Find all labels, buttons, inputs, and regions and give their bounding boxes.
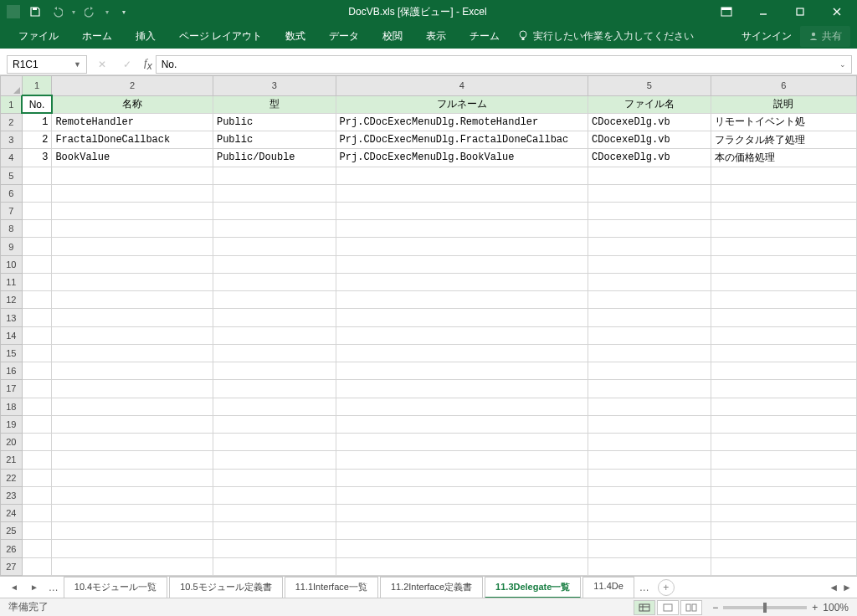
empty-cell[interactable] [336,415,588,433]
row-header[interactable]: 3 [1,131,23,149]
row-header[interactable]: 26 [1,540,23,557]
enter-formula-icon[interactable]: ✓ [117,55,137,74]
empty-cell[interactable] [213,309,336,326]
row-header[interactable]: 13 [1,309,23,326]
row-header[interactable]: 16 [1,362,23,380]
empty-cell[interactable] [213,184,336,202]
empty-cell[interactable] [22,255,52,273]
empty-cell[interactable] [52,220,213,238]
tab-insert[interactable]: 挿入 [124,24,167,49]
sheet-nav-next-icon[interactable]: ► [25,583,44,592]
row-header[interactable]: 12 [1,291,23,309]
data-cell[interactable]: 1 [22,113,52,131]
empty-cell[interactable] [336,167,588,184]
empty-cell[interactable] [52,309,213,326]
name-box[interactable]: R1C1 ▼ [7,55,87,74]
empty-cell[interactable] [588,326,711,344]
ribbon-display-icon[interactable] [710,0,743,23]
empty-cell[interactable] [213,220,336,238]
data-cell[interactable]: リモートイベント処 [711,113,856,131]
empty-cell[interactable] [22,540,52,557]
empty-cell[interactable] [22,434,52,451]
empty-cell[interactable] [711,309,856,326]
empty-cell[interactable] [711,238,856,255]
empty-cell[interactable] [336,220,588,238]
data-cell[interactable]: BookValue [52,149,213,167]
expand-formula-icon[interactable]: ⌄ [839,60,846,69]
row-header[interactable]: 15 [1,344,23,362]
data-cell[interactable]: Prj.CDocExecMenuDlg.BookValue [336,149,588,167]
empty-cell[interactable] [52,434,213,451]
sign-in-link[interactable]: サインイン [742,29,792,44]
header-cell[interactable]: フルネーム [336,95,588,113]
sheet-tab[interactable]: 11.4De [582,577,634,598]
empty-cell[interactable] [711,326,856,344]
row-header[interactable]: 14 [1,326,23,344]
row-header[interactable]: 21 [1,451,23,469]
tell-me[interactable]: 実行したい作業を入力してください [518,29,694,44]
empty-cell[interactable] [588,415,711,433]
empty-cell[interactable] [336,557,588,575]
minimize-button[interactable] [747,0,780,23]
data-cell[interactable]: 3 [22,149,52,167]
empty-cell[interactable] [213,540,336,557]
col-header[interactable]: 1 [22,76,52,96]
empty-cell[interactable] [588,434,711,451]
empty-cell[interactable] [22,291,52,309]
header-cell[interactable]: ファイル名 [588,95,711,113]
data-cell[interactable]: フラクタル終了処理 [711,131,856,149]
empty-cell[interactable] [213,415,336,433]
empty-cell[interactable] [52,504,213,521]
empty-cell[interactable] [711,167,856,184]
empty-cell[interactable] [336,398,588,415]
row-header[interactable]: 6 [1,184,23,202]
empty-cell[interactable] [213,291,336,309]
empty-cell[interactable] [336,291,588,309]
sheet-tab[interactable]: 11.1Interface一覧 [285,577,378,598]
empty-cell[interactable] [22,220,52,238]
empty-cell[interactable] [52,486,213,504]
empty-cell[interactable] [711,557,856,575]
empty-cell[interactable] [213,380,336,398]
header-cell[interactable]: 名称 [52,95,213,113]
empty-cell[interactable] [52,557,213,575]
sheet-more-left[interactable]: … [45,582,62,593]
sheet-tab[interactable]: 10.4モジュール一覧 [64,577,167,598]
empty-cell[interactable] [588,380,711,398]
empty-cell[interactable] [336,273,588,290]
empty-cell[interactable] [711,398,856,415]
empty-cell[interactable] [22,238,52,255]
row-header[interactable]: 27 [1,557,23,575]
row-header[interactable]: 5 [1,167,23,184]
sheet-more-right[interactable]: … [636,582,653,593]
empty-cell[interactable] [711,380,856,398]
chevron-down-icon[interactable]: ▼ [74,60,81,69]
empty-cell[interactable] [213,344,336,362]
empty-cell[interactable] [711,504,856,521]
empty-cell[interactable] [711,415,856,433]
add-sheet-button[interactable]: + [658,579,675,596]
row-header[interactable]: 10 [1,255,23,273]
save-icon[interactable] [28,5,42,18]
cancel-formula-icon[interactable]: ✕ [92,55,112,74]
col-header[interactable]: 2 [52,76,213,96]
data-cell[interactable]: CDocexeDlg.vb [588,149,711,167]
empty-cell[interactable] [22,557,52,575]
empty-cell[interactable] [588,273,711,290]
tab-review[interactable]: 校閲 [371,24,414,49]
empty-cell[interactable] [711,273,856,290]
data-cell[interactable]: FractalDoneCallback [52,131,213,149]
header-cell[interactable]: 型 [213,95,336,113]
empty-cell[interactable] [336,238,588,255]
row-header[interactable]: 22 [1,469,23,486]
tab-view[interactable]: 表示 [414,24,458,49]
empty-cell[interactable] [711,434,856,451]
empty-cell[interactable] [22,415,52,433]
empty-cell[interactable] [588,203,711,220]
empty-cell[interactable] [336,184,588,202]
empty-cell[interactable] [213,434,336,451]
empty-cell[interactable] [52,398,213,415]
page-layout-view-button[interactable] [657,600,679,615]
empty-cell[interactable] [588,255,711,273]
empty-cell[interactable] [22,184,52,202]
